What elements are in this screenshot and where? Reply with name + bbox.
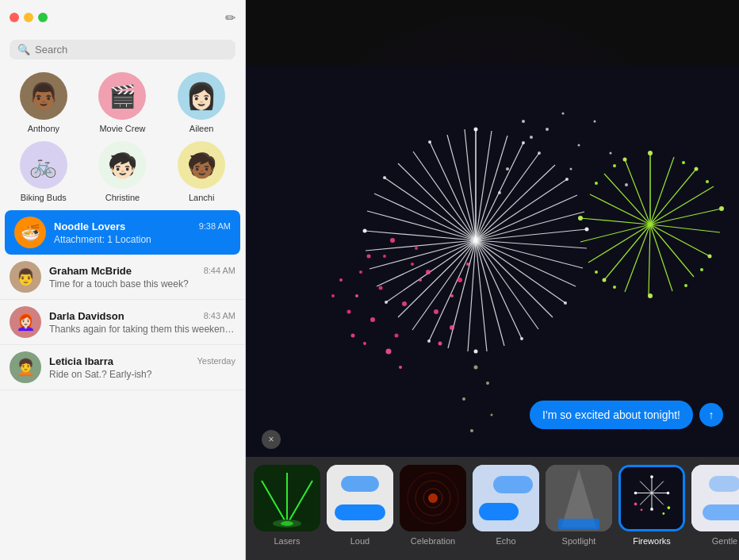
effect-thumb-echo xyxy=(473,465,539,531)
message-list: 🍜 Noodle Lovers 9:38 AM Attachment: 1 Lo… xyxy=(0,210,245,560)
pinned-contact-lanchi[interactable]: 🧒🏾 Lanchi xyxy=(166,141,237,202)
message-time-darla: 8:43 AM xyxy=(204,311,235,320)
close-window-button[interactable] xyxy=(10,13,19,22)
svg-point-72 xyxy=(450,325,454,330)
svg-point-51 xyxy=(379,286,383,290)
svg-point-109 xyxy=(613,164,616,167)
effect-label-gentle: Gentle xyxy=(712,536,737,546)
svg-point-114 xyxy=(522,120,525,123)
message-row-darla-davidson[interactable]: 👩🏻‍🦰 Darla Davidson 8:43 AM Thanks again… xyxy=(0,300,245,345)
svg-point-102 xyxy=(682,161,685,164)
compose-button[interactable]: ✏ xyxy=(225,10,235,25)
svg-point-115 xyxy=(594,121,596,123)
message-header-leticia: Leticia Ibarra Yesterday xyxy=(49,355,235,367)
message-content-leticia: Leticia Ibarra Yesterday Ride on Sat.? E… xyxy=(49,355,235,380)
message-row-graham-mcbride[interactable]: 👨 Graham McBride 8:44 AM Time for a touc… xyxy=(0,255,245,300)
svg-point-59 xyxy=(363,342,366,345)
contact-name-christine: Christine xyxy=(105,193,140,202)
svg-rect-141 xyxy=(473,465,539,531)
message-preview-graham: Time for a touch base this week? xyxy=(49,278,235,290)
message-row-noodle-lovers[interactable]: 🍜 Noodle Lovers 9:38 AM Attachment: 1 Lo… xyxy=(5,210,240,255)
message-row-leticia-ibarra[interactable]: 🧑‍🦱 Leticia Ibarra Yesterday Ride on Sat… xyxy=(0,345,245,390)
svg-point-118 xyxy=(506,167,509,171)
effect-item-echo[interactable]: Echo xyxy=(471,465,541,546)
effect-item-spotlight[interactable]: Spotlight xyxy=(544,465,614,546)
svg-rect-165 xyxy=(703,504,739,520)
svg-point-122 xyxy=(474,366,478,370)
pinned-contact-anthony[interactable]: 👨🏾 Anthony xyxy=(8,72,79,133)
svg-point-40 xyxy=(565,178,569,181)
titlebar: ✏ xyxy=(0,0,245,35)
svg-point-47 xyxy=(363,229,367,233)
pinned-contacts-grid: 👨🏾 Anthony 🎬 Movie Crew 👩🏻 Aileen 🚲 Biki… xyxy=(0,67,245,210)
svg-point-62 xyxy=(426,270,431,274)
message-header-graham: Graham McBride 8:44 AM xyxy=(49,265,235,277)
traffic-lights xyxy=(10,13,48,22)
avatar-leticia-ibarra: 🧑‍🦱 xyxy=(10,351,41,383)
search-bar[interactable]: 🔍 xyxy=(10,40,235,59)
fullscreen-window-button[interactable] xyxy=(38,13,48,22)
svg-rect-135 xyxy=(341,476,379,492)
effect-thumb-celebration xyxy=(400,465,466,531)
contact-name-aileen: Aileen xyxy=(190,124,214,133)
svg-point-126 xyxy=(470,429,473,432)
svg-point-53 xyxy=(370,317,375,322)
effects-bar: Lasers Loud xyxy=(246,457,739,560)
effect-item-fireworks[interactable]: Fireworks xyxy=(617,465,687,546)
effect-thumb-lasers xyxy=(254,465,320,531)
svg-point-69 xyxy=(415,247,418,250)
send-button[interactable]: ↑ xyxy=(699,403,723,427)
message-content-noodle-lovers: Noodle Lovers 9:38 AM Attachment: 1 Loca… xyxy=(54,221,231,245)
avatar-darla-davidson: 👩🏻‍🦰 xyxy=(10,306,41,338)
message-header-darla: Darla Davidson 8:43 AM xyxy=(49,310,235,322)
sender-name-leticia: Leticia Ibarra xyxy=(49,355,113,367)
svg-point-38 xyxy=(474,128,478,132)
svg-rect-142 xyxy=(479,503,519,520)
svg-point-160 xyxy=(634,503,638,506)
avatar-noodle-lovers: 🍜 xyxy=(14,217,46,248)
svg-point-46 xyxy=(385,301,388,304)
svg-point-158 xyxy=(650,508,653,511)
search-input[interactable] xyxy=(35,44,228,56)
svg-point-110 xyxy=(546,128,549,131)
message-time-leticia: Yesterday xyxy=(197,356,235,366)
svg-point-66 xyxy=(458,278,462,282)
pinned-contact-christine[interactable]: 🧒🏻 Christine xyxy=(87,141,159,202)
effect-label-spotlight: Spotlight xyxy=(562,536,596,546)
svg-point-74 xyxy=(331,294,335,297)
svg-point-57 xyxy=(411,263,414,266)
svg-point-163 xyxy=(662,512,664,515)
svg-point-70 xyxy=(390,238,395,243)
svg-point-73 xyxy=(351,334,355,338)
svg-point-103 xyxy=(706,180,709,183)
svg-point-108 xyxy=(613,286,616,289)
message-preview-noodle-lovers: Attachment: 1 Location xyxy=(54,234,231,245)
svg-point-44 xyxy=(474,350,478,354)
svg-point-94 xyxy=(648,151,653,155)
svg-point-157 xyxy=(667,492,670,495)
svg-point-65 xyxy=(339,278,343,282)
svg-point-159 xyxy=(634,492,638,495)
svg-point-132 xyxy=(281,521,293,526)
svg-point-56 xyxy=(434,309,438,314)
message-preview-darla: Thanks again for taking them this weeken… xyxy=(49,324,235,335)
effect-item-gentle[interactable]: Gentle xyxy=(690,465,739,546)
svg-point-96 xyxy=(719,206,724,211)
pinned-contact-biking-buds[interactable]: 🚲 Biking Buds xyxy=(8,141,79,202)
avatar-aileen: 👩🏻 xyxy=(178,72,225,120)
minimize-window-button[interactable] xyxy=(24,13,33,22)
pinned-contact-aileen[interactable]: 👩🏻 Aileen xyxy=(166,72,237,133)
close-effect-button[interactable]: × xyxy=(262,430,281,449)
pinned-contact-movie-crew[interactable]: 🎬 Movie Crew xyxy=(87,72,159,133)
svg-point-98 xyxy=(648,293,653,298)
avatar-movie-crew: 🎬 xyxy=(98,72,146,120)
svg-point-101 xyxy=(623,158,627,162)
sender-name-noodle-lovers: Noodle Lovers xyxy=(54,221,125,232)
svg-point-116 xyxy=(538,152,541,155)
message-bubble-area: I'm so excited about tonight! ↑ xyxy=(530,401,723,429)
effect-item-loud[interactable]: Loud xyxy=(325,465,395,546)
effect-item-celebration[interactable]: Celebration xyxy=(398,465,468,546)
effect-item-lasers[interactable]: Lasers xyxy=(252,465,322,546)
svg-point-162 xyxy=(668,506,671,509)
svg-point-107 xyxy=(684,284,687,287)
